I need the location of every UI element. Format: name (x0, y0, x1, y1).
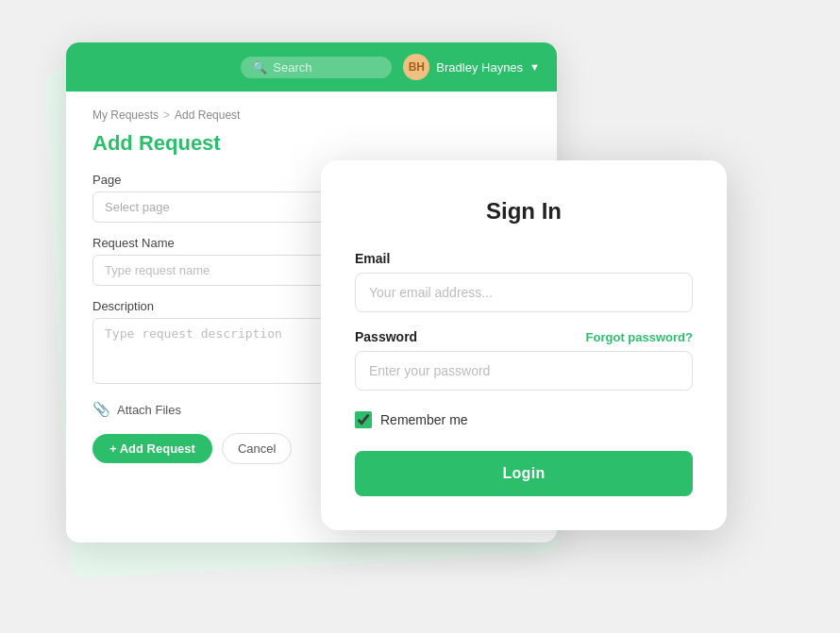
cancel-button[interactable]: Cancel (222, 433, 292, 464)
attach-icon: 📎 (92, 401, 110, 418)
search-icon: 🔍 (252, 60, 267, 75)
remember-me-checkbox[interactable] (355, 411, 372, 428)
remember-me-row: Remember me (355, 411, 693, 428)
attach-label: Attach Files (117, 403, 181, 417)
login-button[interactable]: Login (355, 451, 693, 496)
signin-modal: Sign In Email Password Forgot password? … (321, 160, 727, 530)
user-name: Bradley Haynes (436, 60, 523, 75)
user-info[interactable]: BH Bradley Haynes ▼ (403, 54, 540, 80)
app-header: 🔍 BH Bradley Haynes ▼ (66, 42, 557, 92)
search-input[interactable] (273, 60, 386, 75)
page-title: Add Request (92, 131, 530, 156)
password-input[interactable] (355, 351, 693, 391)
password-label: Password (355, 329, 417, 344)
avatar: BH (403, 54, 429, 80)
email-label: Email (355, 251, 693, 266)
password-row: Password Forgot password? (355, 329, 693, 344)
remember-me-label: Remember me (380, 412, 468, 427)
signin-title: Sign In (355, 198, 693, 225)
breadcrumb-separator: > (163, 108, 170, 122)
breadcrumb-current: Add Request (175, 108, 240, 122)
breadcrumb-parent[interactable]: My Requests (92, 108, 159, 122)
chevron-down-icon: ▼ (529, 61, 540, 73)
email-input[interactable] (355, 273, 693, 312)
forgot-password-link[interactable]: Forgot password? (586, 330, 693, 344)
add-request-button[interactable]: + Add Request (92, 434, 212, 463)
search-bar[interactable]: 🔍 (241, 57, 392, 78)
breadcrumb: My Requests > Add Request (92, 108, 530, 122)
